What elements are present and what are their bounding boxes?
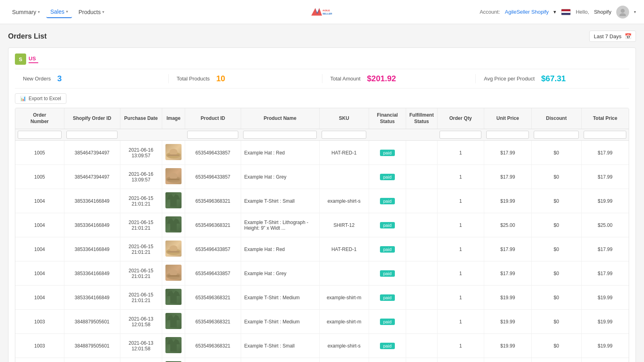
cell-shopify-order-id: 3854647394497 — [64, 165, 120, 189]
cell-unit-price: $17.99 — [484, 141, 531, 165]
stat-new-orders-value: 3 — [57, 74, 62, 83]
account-chevron[interactable]: ▾ — [553, 9, 556, 15]
col-shopify-order-id: Shopify Order ID — [64, 108, 120, 129]
hello-label: Hello, — [576, 9, 589, 15]
stat-total-amount: Total Amount $201.92 — [322, 74, 476, 83]
filter-product-id[interactable] — [185, 129, 241, 141]
main-nav: Summary ▾ Sales ▾ Products ▾ — [8, 6, 108, 18]
flag-icon[interactable] — [561, 9, 571, 15]
cell-sku: SHIRT-12 — [319, 358, 369, 362]
cell-order-number: 1004 — [15, 237, 64, 261]
svg-text:SELLER: SELLER — [322, 12, 332, 15]
cell-shopify-order-id: 3854647394497 — [64, 141, 120, 165]
table-row: 1005 3854647394497 2021-06-16 13:09:57 6… — [15, 141, 629, 165]
header-right: Account: AgileSeller Shopify ▾ Hello, Sh… — [480, 6, 636, 19]
product-image — [165, 192, 182, 208]
svg-point-15 — [169, 245, 178, 252]
cell-financial-status: paid — [369, 141, 406, 165]
svg-rect-19 — [167, 275, 180, 277]
filter-purchase-date — [120, 129, 162, 141]
logo: AGILE SELLER — [306, 3, 338, 21]
account-name[interactable]: AgileSeller Shopify — [505, 9, 549, 15]
cell-purchase-date: 2021-06-16 13:09:57 — [120, 165, 162, 189]
filter-product-id-input[interactable] — [187, 131, 238, 139]
filter-unit-price-input[interactable] — [486, 131, 529, 139]
filter-discount[interactable] — [531, 129, 581, 141]
cell-unit-price: $17.99 — [484, 261, 531, 286]
filter-total-price-input[interactable] — [584, 131, 626, 139]
cell-fulfillment-status — [406, 310, 438, 334]
filter-discount-input[interactable] — [534, 131, 579, 139]
svg-point-18 — [169, 269, 178, 276]
export-button[interactable]: 📊 Export to Excel — [15, 93, 66, 104]
nav-summary[interactable]: Summary ▾ — [8, 6, 44, 18]
table-row: 1005 3854647394497 2021-06-16 13:09:57 6… — [15, 165, 629, 189]
cell-unit-price: $25.00 — [484, 213, 531, 237]
filter-total-price[interactable] — [581, 129, 629, 141]
filter-sku[interactable] — [319, 129, 369, 141]
cell-product-id: 6535496368321 — [185, 358, 241, 362]
cell-product-name: Example T-Shirt : Lithograph - Height: 9… — [241, 358, 319, 362]
cell-image — [162, 286, 185, 310]
cell-product-id: 6535496433857 — [185, 261, 241, 286]
filter-order-number-input[interactable] — [18, 131, 62, 139]
user-name: Shopify — [594, 9, 611, 15]
cell-image — [162, 310, 185, 334]
cell-order-number: 1004 — [15, 286, 64, 310]
nav-summary-label: Summary — [12, 9, 36, 15]
svg-rect-8 — [167, 154, 180, 156]
status-badge: paid — [380, 246, 395, 253]
cell-order-number: 1003 — [15, 358, 64, 362]
filter-shopify-id[interactable] — [64, 129, 120, 141]
status-badge: paid — [380, 343, 395, 349]
filter-order-qty[interactable] — [437, 129, 484, 141]
stat-avg-price-value: $67.31 — [541, 74, 566, 83]
cell-product-name: Example Hat : Grey — [241, 165, 319, 189]
nav-sales[interactable]: Sales ▾ — [46, 6, 72, 18]
cell-fulfillment-status — [406, 334, 438, 358]
cell-shopify-order-id: 3853364166849 — [64, 261, 120, 286]
cell-sku — [319, 165, 369, 189]
product-image — [165, 216, 182, 232]
cell-purchase-date: 2021-06-13 12:01:58 — [120, 334, 162, 358]
cell-shopify-order-id: 3848879505601 — [64, 334, 120, 358]
cell-sku — [319, 261, 369, 286]
cell-total-price: $17.99 — [581, 165, 629, 189]
filter-sku-input[interactable] — [322, 131, 366, 139]
svg-text:AGILE: AGILE — [322, 9, 330, 12]
nav-products[interactable]: Products ▾ — [74, 6, 108, 18]
stat-total-amount-value: $201.92 — [367, 74, 396, 83]
status-badge: paid — [380, 174, 395, 180]
table-row: 1004 3853364166849 2021-06-15 21:01:21 6… — [15, 213, 629, 237]
filter-order-number[interactable] — [15, 129, 64, 141]
filter-product-name-input[interactable] — [243, 131, 317, 139]
filter-product-name[interactable] — [241, 129, 319, 141]
col-purchase-date: Purchase Date — [120, 108, 162, 129]
col-product-name: Product Name — [241, 108, 319, 129]
date-filter[interactable]: Last 7 Days 📅 — [589, 31, 636, 42]
filter-image — [162, 129, 185, 141]
cell-financial-status: paid — [369, 286, 406, 310]
cell-fulfillment-status — [406, 237, 438, 261]
cell-unit-price: $17.99 — [484, 237, 531, 261]
cell-shopify-order-id: 3853364166849 — [64, 189, 120, 213]
avatar[interactable] — [616, 6, 629, 19]
user-dropdown-arrow[interactable]: ▾ — [634, 10, 636, 14]
cell-unit-price: $25.00 — [484, 358, 531, 362]
cell-image — [162, 261, 185, 286]
cell-shopify-order-id: 3853364166849 — [64, 237, 120, 261]
cell-discount: $0 — [531, 165, 581, 189]
filter-shopify-id-input[interactable] — [66, 131, 118, 139]
filter-unit-price[interactable] — [484, 129, 531, 141]
cell-fulfillment-status — [406, 358, 438, 362]
nav-summary-chevron: ▾ — [38, 10, 40, 14]
cell-order-qty: 1 — [437, 237, 484, 261]
cell-fulfillment-status — [406, 261, 438, 286]
cell-order-number: 1003 — [15, 334, 64, 358]
table-row: 1004 3853364166849 2021-06-15 21:01:21 6… — [15, 261, 629, 286]
cell-product-id: 6535496368321 — [185, 189, 241, 213]
cell-discount: $0 — [531, 310, 581, 334]
cell-discount: $0 — [531, 213, 581, 237]
filter-qty-input[interactable] — [440, 131, 481, 139]
cell-fulfillment-status — [406, 189, 438, 213]
